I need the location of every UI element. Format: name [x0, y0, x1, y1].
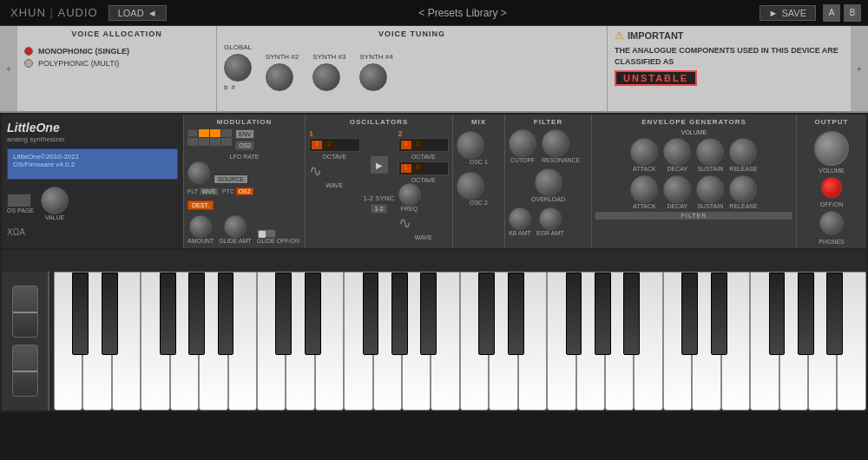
global-knob[interactable]	[224, 54, 252, 82]
filt-sustain-knob[interactable]	[696, 175, 724, 203]
black-key-26[interactable]	[826, 273, 843, 355]
black-key-1[interactable]	[102, 273, 118, 355]
black-key-8[interactable]	[305, 273, 321, 355]
black-key-0[interactable]	[72, 273, 89, 355]
lfo-rate-knob[interactable]	[187, 161, 210, 184]
black-key-15[interactable]	[508, 273, 524, 355]
btn-b[interactable]: B	[844, 4, 861, 22]
white-key-0[interactable]	[54, 272, 82, 411]
synth4-knob[interactable]	[359, 63, 387, 91]
black-key-4[interactable]	[188, 273, 205, 355]
off-on-button[interactable]	[821, 177, 842, 198]
black-key-19[interactable]	[623, 273, 640, 355]
mod-cell-1	[187, 129, 198, 137]
filt-decay-knob[interactable]	[663, 175, 691, 203]
white-key-7[interactable]	[257, 272, 286, 411]
modulation-panel: MODULATION ENV OS2 LFO RATE	[184, 115, 306, 248]
xoa-logo: XΩA	[7, 227, 178, 237]
amount-knob[interactable]	[189, 215, 212, 238]
black-key-22[interactable]	[711, 273, 727, 355]
play-button[interactable]: ▶	[371, 156, 388, 174]
wve-button[interactable]: WVE	[200, 187, 219, 195]
right-side-button[interactable]: +	[851, 26, 868, 111]
black-key-10[interactable]	[363, 273, 379, 355]
kb-amt-knob[interactable]	[509, 207, 531, 230]
black-key-11[interactable]	[391, 273, 408, 355]
load-button[interactable]: LOAD ◄	[108, 5, 167, 21]
cutoff-knob[interactable]	[509, 129, 536, 157]
filt-decay-label: DECAY	[663, 203, 691, 209]
osc1-mix-knob[interactable]	[457, 131, 484, 159]
volume-out-group: VOLUME	[800, 131, 863, 174]
osc2-freq-label: FREQ	[398, 206, 421, 212]
os-page-button[interactable]	[7, 194, 31, 207]
osc2-seg2: 1 6	[398, 161, 450, 175]
global-knob-group: GLOBAL b #	[224, 43, 252, 91]
mod-cell-7	[210, 138, 220, 146]
white-key-10[interactable]	[344, 272, 372, 411]
left-side-button[interactable]: +	[0, 26, 17, 111]
os2-button[interactable]: OS2	[235, 141, 254, 150]
white-key-24[interactable]	[750, 272, 779, 411]
osc2-mix-knob[interactable]	[457, 172, 484, 200]
pitch-wheel-2[interactable]	[12, 345, 38, 397]
btn-a[interactable]: A	[823, 4, 840, 22]
black-key-7[interactable]	[275, 273, 292, 355]
important-text: THE ANALOGUE COMPONENTS USED IN THIS DEV…	[615, 45, 844, 67]
filt-attack-knob[interactable]	[630, 175, 658, 203]
phones-knob[interactable]	[819, 211, 844, 235]
volume-out-knob[interactable]	[814, 131, 849, 166]
sync-button[interactable]: 1-2	[371, 204, 386, 214]
save-button[interactable]: ► SAVE	[760, 5, 816, 21]
black-key-24[interactable]	[769, 273, 786, 355]
synth2-knob[interactable]	[266, 63, 293, 91]
filt-env-knobs: ATTACK DECAY SUSTAIN RELEASE	[595, 175, 792, 209]
black-key-14[interactable]	[478, 273, 495, 355]
vol-decay-knob[interactable]	[663, 138, 691, 166]
resonance-label: RESONANCE	[542, 157, 580, 163]
glide-toggle[interactable]	[257, 229, 276, 238]
osc2-num: 2	[398, 129, 450, 138]
white-key-17[interactable]	[547, 272, 575, 411]
dest-button[interactable]: DEST.	[187, 200, 214, 210]
resonance-knob[interactable]	[542, 129, 569, 157]
black-key-25[interactable]	[798, 273, 814, 355]
osc2-mix-label: OSC 2	[457, 200, 501, 206]
osc2-freq-knob[interactable]	[398, 183, 421, 206]
black-key-21[interactable]	[681, 273, 698, 355]
mod-lfo-source: SOURCE	[187, 161, 301, 184]
controls-area: + VOICE ALLOCATION MONOPHONIC (SINGLE) P…	[0, 26, 868, 113]
filt-release-knob[interactable]	[729, 175, 757, 203]
white-key-3[interactable]	[141, 272, 169, 411]
black-key-5[interactable]	[218, 273, 234, 355]
black-key-12[interactable]	[420, 273, 437, 355]
white-key-14[interactable]	[460, 272, 489, 411]
monophonic-option[interactable]: MONOPHONIC (SINGLE)	[24, 47, 209, 56]
egr-amt-knob[interactable]	[539, 207, 562, 230]
voice-tuning-title: VOICE TUNING	[224, 30, 600, 38]
black-key-17[interactable]	[566, 273, 582, 355]
synth3-knob[interactable]	[312, 63, 340, 91]
logo-sub: AUDIO	[57, 6, 97, 19]
vol-sustain-knob[interactable]	[696, 138, 724, 166]
black-key-18[interactable]	[595, 273, 611, 355]
os2-dest-button[interactable]: OS2	[236, 187, 253, 195]
keyboard-area: // Piano keys: C D E F G A B pattern // …	[2, 250, 866, 411]
preset-label[interactable]: < Presets Library >	[418, 7, 506, 19]
polyphonic-option[interactable]: POLYPHONIC (MULTI)	[24, 59, 209, 68]
vol-attack-knob[interactable]	[630, 138, 658, 166]
overload-knob[interactable]	[535, 168, 562, 196]
glide-amt-knob[interactable]	[224, 215, 247, 238]
logo-text: XHUN	[10, 6, 46, 19]
env-button[interactable]: ENV	[235, 129, 254, 139]
black-key-3[interactable]	[160, 273, 176, 355]
value-knob[interactable]	[41, 187, 69, 214]
cutoff-group: CUTOFF	[509, 129, 536, 163]
pitch-wheel-1[interactable]	[12, 286, 38, 338]
white-key-21[interactable]	[663, 272, 692, 411]
volume-env-label: VOLUME	[595, 129, 792, 135]
vol-release-knob[interactable]	[729, 138, 757, 166]
source-button[interactable]: SOURCE	[214, 174, 248, 184]
filt-attack-label: ATTACK	[630, 203, 658, 209]
mod-cell-3	[210, 129, 220, 137]
